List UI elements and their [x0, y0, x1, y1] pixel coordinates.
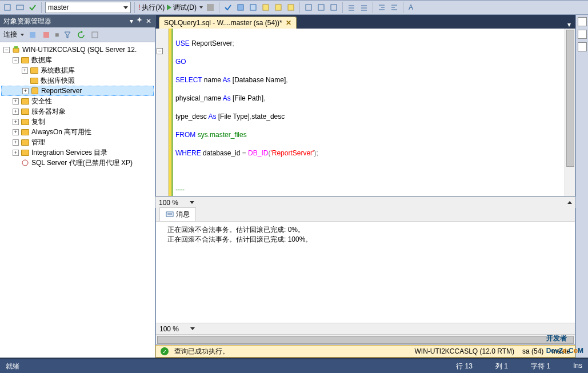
tb-btn[interactable] — [316, 2, 326, 13]
zoom-value[interactable]: 100 % — [159, 199, 178, 207]
tb-btn[interactable] — [235, 2, 246, 13]
messages-body[interactable]: 正在回滚不合法事务。估计回滚已完成: 0%。 正在回滚不合法事务。估计回滚已完成… — [156, 222, 575, 323]
svg-rect-9 — [318, 5, 324, 10]
svg-rect-2 — [207, 4, 214, 11]
rside-btn[interactable] — [578, 42, 587, 51]
status-text: 查询已成功执行。 — [174, 347, 229, 356]
tree-server-node[interactable]: −WIN-UTI2KCCASLQ (SQL Server 12. — [1, 45, 154, 55]
tb-btn[interactable] — [273, 2, 283, 13]
filter-icon[interactable] — [62, 30, 73, 40]
message-icon — [166, 211, 174, 218]
tb-btn[interactable] — [15, 2, 25, 13]
svg-rect-6 — [275, 5, 281, 10]
tree-label: Integration Services 目录 — [31, 148, 107, 158]
tb-btn[interactable] — [248, 2, 258, 13]
status-ready: 就绪 — [6, 362, 19, 371]
execute-label: 执行(X) — [142, 3, 165, 13]
uncomment-button[interactable] — [359, 2, 369, 13]
database-combo[interactable]: master — [45, 2, 131, 13]
comment-button[interactable] — [346, 2, 357, 13]
message-line: 正在回滚不合法事务。估计回滚已完成: 0%。 — [167, 225, 563, 235]
tree-integration-node[interactable]: +Integration Services 目录 — [1, 147, 154, 158]
tree-label: 安全性 — [31, 97, 52, 106]
tree-databases-node[interactable]: −数据库 — [1, 55, 154, 65]
messages-tab[interactable]: 消息 — [159, 207, 196, 221]
app-status-bar: 就绪 行 13 列 1 字符 1 Ins — [0, 359, 588, 373]
tb-btn[interactable] — [27, 30, 38, 40]
svg-rect-1 — [17, 5, 23, 10]
stop-button[interactable] — [205, 2, 215, 13]
tb-btn[interactable] — [303, 2, 314, 13]
svg-rect-5 — [263, 5, 269, 10]
tb-btn[interactable] — [41, 30, 51, 40]
tab-overflow-icon[interactable]: ▾ — [563, 21, 575, 29]
messages-tab-label: 消息 — [176, 210, 190, 219]
tb-btn[interactable]: A — [407, 2, 417, 13]
database-combo-value: master — [48, 3, 69, 11]
tree-agent-node[interactable]: SQL Server 代理(已禁用代理 XP) — [1, 158, 154, 168]
tree-replication-node[interactable]: +复制 — [1, 117, 154, 127]
status-col: 列 1 — [495, 362, 508, 371]
svg-rect-7 — [288, 5, 294, 10]
tree-snapshot-node[interactable]: 数据库快照 — [1, 75, 154, 86]
right-collapsed-pane — [575, 15, 588, 358]
editor-vscroll[interactable] — [565, 29, 575, 196]
refresh-icon[interactable] — [76, 30, 86, 40]
status-char: 字符 1 — [531, 362, 550, 371]
pin-icon[interactable] — [137, 17, 142, 25]
tree-serverobj-node[interactable]: +服务器对象 — [1, 106, 154, 117]
debug-button[interactable]: 调试(D) — [167, 3, 203, 13]
object-explorer-panel: 对象资源管理器 ▾ ✕ 连接 ■ −WIN-UTI2KCCASLQ (SQL S… — [0, 15, 155, 358]
sql-editor[interactable]: − USE ReportServer; GO SELECT name As [D… — [155, 29, 575, 196]
svg-rect-24 — [30, 32, 35, 38]
outdent-button[interactable] — [389, 2, 399, 13]
tb-btn[interactable] — [90, 30, 100, 40]
indent-button[interactable] — [377, 2, 387, 13]
close-icon[interactable]: ✕ — [146, 17, 151, 25]
svg-rect-8 — [306, 5, 311, 10]
status-user: sa (54) — [522, 347, 543, 355]
connect-button[interactable]: 连接 — [3, 30, 17, 39]
explorer-toolbar: 连接 ■ — [0, 27, 155, 42]
document-tabstrip: SQLQuery1.sql - W....master (sa (54))* ✕… — [155, 15, 575, 29]
object-explorer-title: 对象资源管理器 — [3, 17, 51, 26]
svg-rect-3 — [238, 5, 243, 10]
dropdown-icon[interactable]: ▾ — [130, 17, 133, 25]
svg-rect-4 — [250, 5, 256, 10]
tb-btn[interactable] — [27, 2, 38, 13]
tab-close-icon[interactable]: ✕ — [286, 19, 291, 27]
tb-btn[interactable] — [261, 2, 271, 13]
tb-btn[interactable] — [329, 2, 339, 13]
zoom-value[interactable]: 100 % — [159, 325, 179, 333]
debug-label: 调试(D) — [173, 3, 197, 13]
tree-security-node[interactable]: +安全性 — [1, 96, 154, 106]
svg-rect-25 — [43, 32, 49, 38]
tree-label: AlwaysOn 高可用性 — [31, 127, 91, 137]
tree-management-node[interactable]: +管理 — [1, 137, 154, 147]
object-explorer-header: 对象资源管理器 ▾ ✕ — [0, 15, 155, 27]
tree-sysdb-node[interactable]: +系统数据库 — [1, 65, 154, 75]
rside-btn[interactable] — [578, 30, 587, 39]
fold-icon[interactable]: − — [157, 48, 163, 54]
svg-rect-30 — [166, 212, 173, 216]
tree-reportserver-node[interactable]: +ReportServer — [1, 86, 154, 96]
tree-label: SQL Server 代理(已禁用代理 XP) — [31, 158, 133, 168]
svg-rect-10 — [331, 5, 337, 10]
rside-btn[interactable] — [578, 17, 587, 26]
zoom-bar-msg: 100 % — [156, 323, 575, 334]
svg-rect-26 — [92, 32, 98, 38]
tb-btn[interactable] — [286, 2, 296, 13]
svg-point-29 — [22, 160, 28, 166]
msg-hscroll[interactable] — [156, 334, 575, 344]
object-tree[interactable]: −WIN-UTI2KCCASLQ (SQL Server 12. −数据库 +系… — [0, 42, 155, 358]
chevron-down-icon — [123, 6, 128, 9]
tree-alwayson-node[interactable]: +AlwaysOn 高可用性 — [1, 127, 154, 137]
tree-label: 复制 — [31, 117, 45, 127]
tb-btn[interactable] — [223, 2, 233, 13]
tree-label: 数据库 — [31, 55, 52, 65]
execute-button[interactable]: ! 执行(X) — [138, 3, 165, 13]
sql-query-tab[interactable]: SQLQuery1.sql - W....master (sa (54))* ✕ — [159, 17, 297, 29]
tb-btn[interactable] — [2, 2, 13, 13]
tree-label: 服务器对象 — [31, 107, 66, 117]
code-area[interactable]: USE ReportServer; GO SELECT name As [Dat… — [173, 29, 565, 196]
